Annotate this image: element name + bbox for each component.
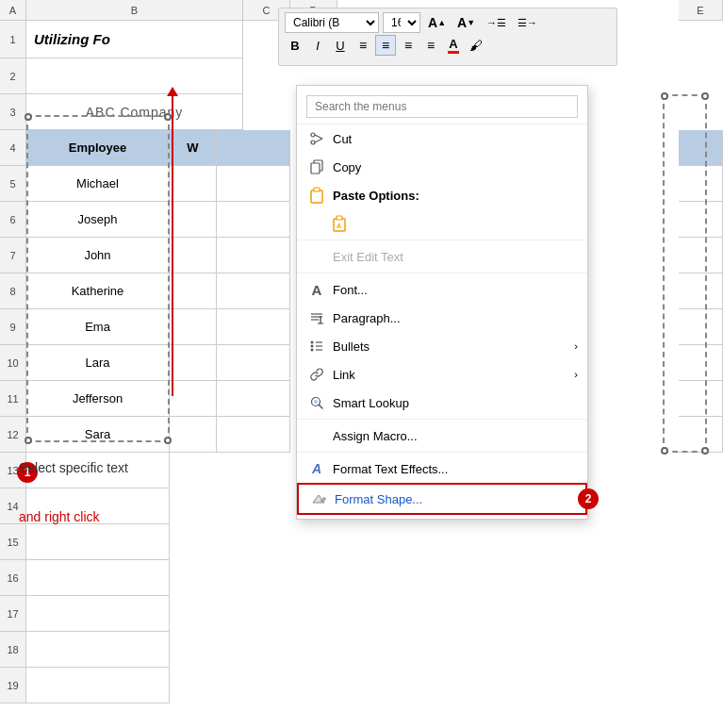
svg-line-23	[320, 405, 323, 409]
scissors-icon	[308, 130, 325, 147]
spreadsheet: A B C D E 1 Utilizing Fo 2 3 ABC Company…	[0, 0, 723, 728]
cell-e5	[679, 166, 723, 202]
svg-rect-7	[314, 188, 320, 191]
cell-e12	[679, 417, 723, 453]
link-arrow: ›	[574, 369, 578, 380]
menu-item-exit-edit: Exit Edit Text	[297, 242, 587, 271]
col-header-b: B	[26, 0, 243, 21]
cell-d12	[217, 417, 290, 453]
red-arrow	[172, 94, 173, 396]
cell-b17	[26, 596, 170, 632]
cell-b16	[26, 560, 170, 596]
shrink-font-button[interactable]: A▼	[453, 12, 479, 33]
menu-item-paste-options[interactable]: Paste Options:	[297, 181, 587, 209]
bullets-arrow: ›	[574, 340, 578, 352]
menu-item-cut[interactable]: Cut	[297, 124, 587, 153]
cell-b5: Michael	[26, 166, 170, 202]
row-header-7: 7	[0, 238, 26, 273]
menu-item-paragraph[interactable]: Paragraph...	[297, 304, 587, 332]
svg-rect-6	[311, 190, 322, 203]
cell-d5	[217, 166, 290, 202]
row-header-12: 12	[0, 417, 26, 453]
menu-item-copy[interactable]: Copy	[297, 153, 587, 181]
cell-d10	[217, 345, 290, 381]
copy-icon	[308, 158, 325, 175]
cell-e10	[679, 345, 723, 381]
menu-search-input[interactable]	[306, 95, 578, 118]
decrease-indent-button[interactable]: →☰	[483, 12, 510, 33]
row-header-9: 9	[0, 309, 26, 345]
cell-c6	[170, 202, 217, 238]
svg-point-0	[311, 133, 315, 137]
justify-button[interactable]: ≡	[420, 35, 441, 56]
bullets-icon	[308, 338, 325, 355]
menu-item-format-shape[interactable]: Format Shape... 2	[297, 483, 587, 515]
cell-b6: Joseph	[26, 202, 170, 238]
cell-c11	[170, 381, 217, 417]
text-effects-icon: A	[308, 460, 325, 477]
row-header-1: 1	[0, 21, 26, 58]
font-color-button[interactable]: A	[443, 35, 464, 56]
row-header-15: 15	[0, 524, 26, 560]
grow-font-button[interactable]: A▲	[424, 12, 450, 33]
menu-item-smart-lookup[interactable]: Smart Lookup	[297, 389, 587, 417]
row-header-5: 5	[0, 166, 26, 202]
highlight-button[interactable]: 🖌	[466, 35, 486, 56]
cell-c7	[170, 238, 217, 273]
underline-button[interactable]: U	[330, 35, 351, 56]
increase-indent-button[interactable]: ☰→	[514, 12, 541, 33]
context-menu: Cut Copy Paste Options:	[296, 85, 588, 520]
toolbar-row2: B I U ≡ ≡ ≡ ≡ A 🖌	[285, 35, 611, 56]
cell-e7	[679, 238, 723, 273]
cell-e9	[679, 309, 723, 345]
cell-e8	[679, 273, 723, 309]
cell-e4	[679, 130, 723, 166]
cell-d7	[217, 238, 290, 273]
menu-item-bullets[interactable]: Bullets ›	[297, 332, 587, 360]
svg-point-1	[311, 141, 315, 144]
menu-item-assign-macro[interactable]: Assign Macro...	[297, 422, 587, 450]
row-header-10: 10	[0, 345, 26, 381]
cell-b1: Utilizing Fo	[26, 21, 243, 58]
size-selector[interactable]: 16	[383, 12, 420, 33]
assign-macro-icon	[308, 427, 325, 444]
align-right-button[interactable]: ≡	[398, 35, 419, 56]
align-center-button[interactable]: ≡	[375, 35, 396, 56]
svg-rect-9	[337, 216, 342, 220]
toolbar: Calibri (B 16 A▲ A▼ →☰ ☰→ B I U ≡ ≡ ≡ ≡ …	[278, 8, 617, 66]
format-shape-icon	[310, 490, 327, 507]
menu-separator-1	[297, 240, 587, 240]
font-icon: A	[308, 281, 325, 298]
menu-item-paste-a[interactable]: A	[297, 209, 587, 238]
svg-text:A: A	[337, 223, 341, 229]
cell-d4	[217, 130, 290, 166]
menu-item-link[interactable]: Link ›	[297, 360, 587, 389]
cell-c9	[170, 309, 217, 345]
row-header-16: 16	[0, 560, 26, 596]
cell-b10: Lara	[26, 345, 170, 381]
align-left-button[interactable]: ≡	[353, 35, 373, 56]
italic-button[interactable]: I	[307, 35, 328, 56]
menu-separator-2	[297, 273, 587, 273]
toolbar-row1: Calibri (B 16 A▲ A▼ →☰ ☰→	[285, 12, 611, 33]
paragraph-icon	[308, 309, 325, 326]
cell-b15	[26, 524, 170, 560]
cell-d9	[217, 309, 290, 345]
row-header-2: 2	[0, 58, 26, 94]
menu-item-format-text-effects[interactable]: A Format Text Effects...	[297, 455, 587, 483]
cell-e6	[679, 202, 723, 238]
row-header-18: 18	[0, 632, 26, 668]
bold-button[interactable]: B	[285, 35, 305, 56]
cell-b19	[26, 668, 170, 703]
svg-point-16	[311, 341, 314, 344]
cell-b2	[26, 58, 243, 94]
font-selector[interactable]: Calibri (B	[285, 12, 379, 33]
row-header-4: 4	[0, 130, 26, 166]
menu-item-font[interactable]: A Font...	[297, 275, 587, 304]
paste-icon	[308, 187, 325, 204]
row-header-3: 3	[0, 94, 26, 130]
cell-b11: Jefferson	[26, 381, 170, 417]
menu-separator-4	[297, 452, 587, 453]
svg-line-2	[315, 135, 322, 139]
cell-b12: Sara	[26, 417, 170, 453]
